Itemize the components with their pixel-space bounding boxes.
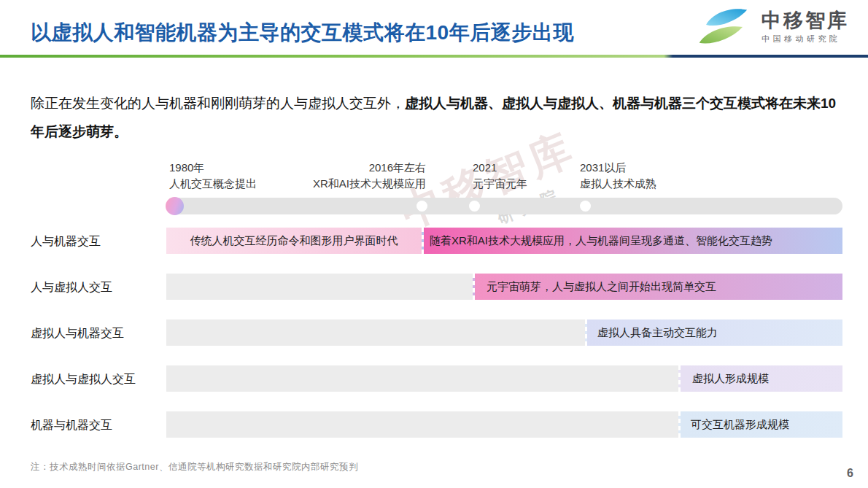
bar-track bbox=[166, 319, 585, 346]
timeline-start-dot bbox=[166, 197, 184, 215]
segment-text: 元宇宙萌芽，人与虚拟人之间开始出现简单交互 bbox=[487, 280, 716, 294]
milestone-year: 2031以后 bbox=[580, 160, 656, 176]
milestone-event: 人机交互概念提出 bbox=[169, 176, 257, 192]
milestone-year: 2021 bbox=[473, 160, 527, 176]
logo-text: 中移智库 中国移动研究院 bbox=[762, 9, 849, 44]
segment-xr-ai-interaction: 随着XR和AI技术大规模应用，人与机器间呈现多通道、智能化交互趋势 bbox=[422, 228, 842, 254]
segment-virtual-human-scale: 虚拟人形成规模 bbox=[678, 365, 842, 392]
title-underline bbox=[0, 55, 868, 58]
segment-text: 传统人机交互经历命令和图形用户界面时代 bbox=[190, 234, 398, 248]
row-label-human-machine: 人与机器交互 bbox=[31, 234, 101, 249]
segment-text: 可交互机器形成规模 bbox=[691, 418, 789, 432]
milestone-year: 1980年 bbox=[169, 160, 257, 176]
segment-text: 虚拟人形成规模 bbox=[692, 372, 769, 386]
bar-track bbox=[166, 274, 473, 300]
logo-name: 中移智库 bbox=[762, 9, 849, 31]
milestone-event: 元宇宙元年 bbox=[473, 176, 527, 192]
segment-text: 随着XR和AI技术大规模应用，人与机器间呈现多通道、智能化交互趋势 bbox=[430, 234, 772, 248]
segment-traditional-hci: 传统人机交互经历命令和图形用户界面时代 bbox=[166, 228, 422, 254]
segment-interactive-machine-scale: 可交互机器形成规模 bbox=[678, 411, 842, 438]
bar-track bbox=[166, 365, 678, 392]
milestone-2031: 2031以后 虚拟人技术成熟 bbox=[580, 160, 656, 192]
row-label-virtual-machine: 虚拟人与机器交互 bbox=[31, 326, 124, 341]
row-label-human-virtual: 人与虚拟人交互 bbox=[31, 280, 112, 295]
page-title: 以虚拟人和智能机器为主导的交互模式将在10年后逐步出现 bbox=[31, 19, 574, 47]
intro-text: 除正在发生变化的人与机器和刚刚萌芽的人与虚拟人交互外，虚拟人与机器、虚拟人与虚拟… bbox=[31, 89, 848, 146]
row-label-virtual-virtual: 虚拟人与虚拟人交互 bbox=[31, 372, 136, 387]
timeline-track bbox=[166, 198, 842, 214]
segment-metaverse-sprout: 元宇宙萌芽，人与虚拟人之间开始出现简单交互 bbox=[473, 274, 842, 300]
milestone-event: 虚拟人技术成熟 bbox=[580, 176, 656, 192]
segment-virtual-active-interaction: 虚拟人具备主动交互能力 bbox=[585, 319, 842, 346]
milestone-2016: 2016年左右 XR和AI技术大规模应用 bbox=[290, 160, 426, 192]
timeline-dot-2016 bbox=[416, 201, 427, 212]
logo-subtitle: 中国移动研究院 bbox=[762, 34, 849, 44]
segment-text: 虚拟人具备主动交互能力 bbox=[597, 326, 718, 340]
intro-normal: 除正在发生变化的人与机器和刚刚萌芽的人与虚拟人交互外， bbox=[31, 96, 405, 111]
timeline-dot-2031 bbox=[580, 201, 591, 212]
logo-leaves-icon bbox=[696, 6, 753, 48]
milestone-1980: 1980年 人机交互概念提出 bbox=[169, 160, 257, 192]
slide: 以虚拟人和智能机器为主导的交互模式将在10年后逐步出现 中移智库 中国移动研究院… bbox=[0, 0, 868, 488]
milestone-event: XR和AI技术大规模应用 bbox=[290, 176, 426, 192]
logo: 中移智库 中国移动研究院 bbox=[696, 6, 849, 48]
bar-track bbox=[166, 411, 678, 438]
page-number: 6 bbox=[847, 467, 853, 480]
milestone-year: 2016年左右 bbox=[290, 160, 426, 176]
timeline-dot-2021 bbox=[469, 201, 480, 212]
row-label-machine-machine: 机器与机器交互 bbox=[31, 418, 112, 433]
milestone-2021: 2021 元宇宙元年 bbox=[473, 160, 527, 192]
footnote: 注：技术成熟时间依据Gartner、信通院等机构研究数据和研究院内部研究预判 bbox=[31, 461, 358, 473]
